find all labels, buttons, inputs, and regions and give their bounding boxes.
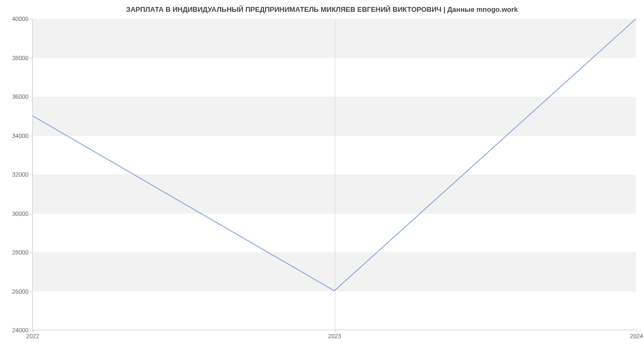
x-tick-label: 2022 (26, 333, 39, 339)
data-line (33, 19, 636, 330)
chart-container: 2400026000280003000032000340003600038000… (32, 19, 636, 330)
y-tick-label: 32000 (12, 171, 28, 178)
y-tick-mark (30, 214, 33, 214)
y-tick-mark (30, 97, 33, 97)
line-series (33, 19, 636, 291)
y-tick-label: 40000 (12, 16, 28, 22)
y-tick-label: 28000 (12, 249, 28, 256)
y-tick-mark (30, 58, 33, 59)
y-tick-mark (30, 292, 33, 292)
x-tick-label: 2023 (328, 333, 341, 339)
x-tick-mark (335, 330, 335, 332)
y-tick-mark (30, 136, 33, 136)
y-tick-label: 26000 (12, 288, 28, 295)
y-tick-label: 30000 (12, 210, 28, 217)
y-tick-label: 36000 (12, 93, 28, 100)
x-tick-label: 2024 (630, 333, 643, 339)
chart-title: ЗАРПЛАТА В ИНДИВИДУАЛЬНЫЙ ПРЕДПРИНИМАТЕЛ… (0, 0, 644, 16)
y-tick-label: 34000 (12, 133, 28, 139)
y-tick-mark (30, 252, 33, 253)
x-tick-mark (636, 330, 637, 332)
plot-area: 2400026000280003000032000340003600038000… (32, 19, 636, 330)
y-tick-mark (30, 174, 33, 175)
x-tick-mark (33, 330, 33, 332)
y-tick-mark (30, 19, 33, 19)
y-tick-label: 38000 (12, 55, 28, 61)
